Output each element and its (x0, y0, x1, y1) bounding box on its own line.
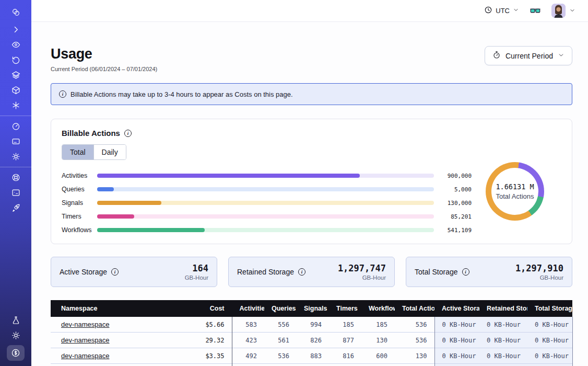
total-storage-cell: 0 KB-Hour (527, 348, 572, 364)
signals-cell: 826 (297, 333, 329, 348)
total-storage-value: 1,297,910 (515, 263, 563, 273)
retained-storage-unit: GB-Hour (338, 274, 386, 281)
info-banner: Billable Actions may take up to 3-4 hour… (51, 83, 572, 105)
tab-total[interactable]: Total (62, 145, 93, 159)
card-icon[interactable] (0, 134, 31, 149)
bar-fill (97, 214, 134, 219)
chevron-down-icon (513, 7, 519, 15)
info-icon[interactable] (124, 130, 132, 137)
table-row: dev-namespace 29.32 423 561 826 877 130 … (51, 333, 572, 348)
bar-label: Signals (62, 199, 97, 207)
info-banner-text: Billable Actions may take up to 3-4 hour… (70, 90, 293, 98)
col-activities[interactable]: Activities (232, 300, 264, 317)
sun-icon[interactable] (0, 328, 31, 343)
retained-storage-label: Retained Storage (237, 268, 294, 276)
col-retained-storage[interactable]: Retained Storage (479, 300, 527, 317)
namespace-link[interactable]: dev-namespace (61, 352, 110, 360)
col-signals[interactable]: Signals (297, 300, 329, 317)
timezone-selector[interactable]: UTC (484, 6, 519, 16)
activities-cell: 583 (232, 317, 264, 333)
bar-label: Activities (62, 172, 97, 179)
period-dropdown-button[interactable]: Current Period (485, 46, 572, 65)
eye-icon[interactable] (0, 37, 31, 52)
billable-actions-card: Billable Actions Total Daily Activities … (51, 119, 572, 244)
storage-summary-row: Active Storage 164 GB-Hour Retained Stor… (51, 257, 572, 287)
queries-cell: 536 (264, 348, 297, 364)
lifebuoy-icon[interactable] (0, 170, 31, 185)
col-namespace[interactable]: Namespace (51, 300, 195, 317)
workflows-cell: 600 (361, 348, 395, 364)
info-icon[interactable] (298, 268, 305, 276)
gauge-icon[interactable] (0, 119, 31, 134)
info-icon[interactable] (111, 268, 119, 276)
total-actions-caption: Total Actions (496, 192, 534, 200)
queries-cell: 556 (264, 317, 297, 333)
col-queries[interactable]: Queries (264, 300, 297, 317)
active-storage-unit: GB-Hour (185, 274, 208, 281)
active-storage-cell: 0 KB-Hour (434, 348, 479, 364)
workflows-cell: 130 (361, 333, 395, 348)
bar-label: Queries (62, 186, 97, 193)
cube-icon[interactable] (0, 83, 31, 98)
gear-icon[interactable] (0, 149, 31, 164)
total-storage-cell: 0 KB-Hour (527, 333, 572, 348)
user-menu[interactable] (551, 4, 575, 18)
donut-center: 1.66131 M Total Actions (491, 168, 538, 215)
bar-value: 5,000 (434, 186, 472, 193)
active-storage-value: 164 (185, 263, 208, 273)
history-icon[interactable] (0, 52, 31, 67)
namespace-link[interactable]: dev-namespace (61, 321, 110, 328)
bar-fill (97, 228, 205, 232)
timers-cell: 816 (329, 348, 361, 364)
layers-icon[interactable] (0, 67, 31, 83)
page-header: Usage Current Period (06/01/2024 – 07/01… (51, 46, 572, 72)
page-title: Usage (51, 46, 157, 62)
retained-storage-cell: 0 KB-Hour (479, 333, 527, 348)
active-storage-card: Active Storage 164 GB-Hour (51, 257, 217, 287)
rocket-icon[interactable] (0, 200, 31, 215)
billable-actions-title: Billable Actions (62, 129, 120, 138)
namespace-link[interactable]: dev-namespace (61, 336, 110, 344)
tab-daily[interactable]: Daily (93, 145, 126, 159)
clock-icon (484, 6, 492, 16)
bar-track (97, 228, 434, 232)
chevron-down-icon (558, 52, 565, 60)
sidebar-collapse-chevron-right-icon[interactable] (0, 22, 31, 37)
table-row: dev-namespace $3.35 492 536 883 816 600 … (51, 348, 572, 364)
queries-cell: 561 (264, 333, 297, 348)
temporal-logo[interactable] (0, 2, 31, 22)
activities-cell: 492 (232, 348, 264, 364)
terminal-icon[interactable] (0, 185, 31, 200)
avatar (551, 4, 566, 18)
glasses-icon[interactable] (530, 5, 541, 17)
topbar: UTC (31, 0, 588, 22)
active-storage-cell: 0 KB-Hour (434, 333, 479, 348)
main-content: Usage Current Period (06/01/2024 – 07/01… (31, 22, 588, 366)
col-active-storage[interactable]: Active Storage (434, 300, 479, 317)
total-actions-donut-chart: 1.66131 M Total Actions (486, 162, 544, 221)
total-storage-label: Total Storage (415, 268, 458, 276)
sidebar-divider (0, 116, 31, 116)
dollar-icon[interactable] (7, 345, 25, 361)
cost-cell: $5.66 (195, 317, 232, 333)
table-row-partial (51, 364, 572, 366)
col-total-storage[interactable]: Total Storage (527, 300, 572, 317)
asterisk-icon[interactable] (0, 98, 31, 113)
col-workflows[interactable]: Workflows (361, 300, 395, 317)
period-dropdown-label: Current Period (505, 52, 553, 60)
info-icon[interactable] (462, 268, 469, 276)
retained-storage-value: 1,297,747 (338, 263, 386, 273)
timezone-label: UTC (496, 7, 510, 15)
bar-value: 130,000 (434, 200, 472, 207)
table-header-row: Namespace Cost Activities Queries Signal… (51, 300, 572, 317)
sidebar (0, 0, 31, 366)
signals-cell: 994 (297, 317, 329, 333)
total-storage-card: Total Storage 1,297,910 GB-Hour (406, 257, 572, 287)
bar-value: 900,000 (434, 173, 472, 179)
col-total-actions[interactable]: Total Actions (395, 300, 434, 317)
flask-icon[interactable] (0, 313, 31, 328)
col-timers[interactable]: Timers (329, 300, 361, 317)
col-cost[interactable]: Cost (195, 300, 232, 317)
bar-row-timers: Timers 85,201 (62, 210, 561, 223)
active-storage-cell: 0 KB-Hour (434, 317, 479, 333)
